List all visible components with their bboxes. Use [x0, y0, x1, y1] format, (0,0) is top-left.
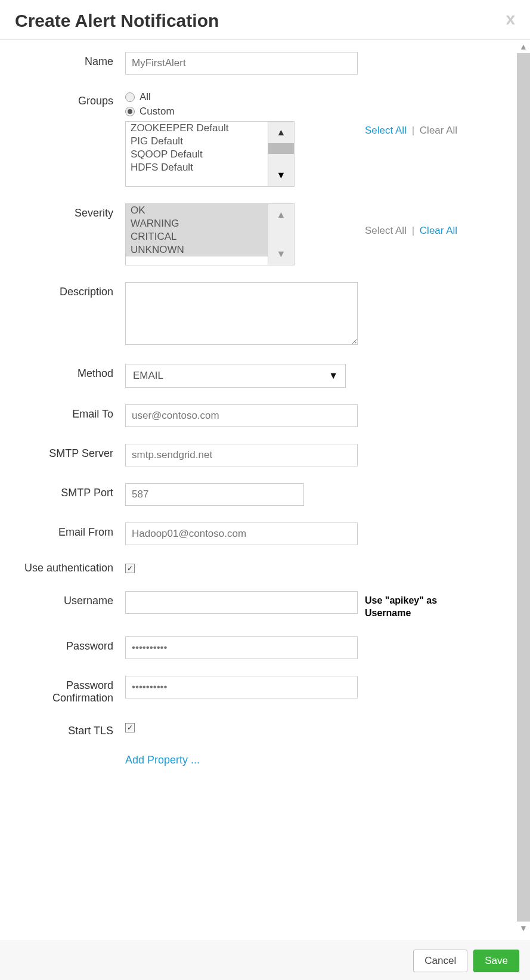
email-to-input[interactable]: [125, 404, 358, 427]
list-item[interactable]: UNKNOWN: [126, 243, 268, 256]
description-input[interactable]: [125, 282, 358, 345]
divider: |: [412, 225, 414, 236]
cancel-button[interactable]: Cancel: [413, 950, 467, 972]
method-value: EMAIL: [133, 370, 163, 382]
email-from-input[interactable]: [125, 523, 358, 545]
groups-list-scrollbar[interactable]: ▲ ▼: [268, 121, 295, 187]
username-hint: Use "apikey" as Username: [365, 595, 459, 620]
list-item[interactable]: ZOOKEEPER Default: [126, 122, 268, 135]
username-label: Username: [18, 591, 125, 607]
list-item[interactable]: HDFS Default: [126, 161, 268, 174]
username-input[interactable]: [125, 591, 358, 614]
start-tls-label: Start TLS: [18, 721, 125, 737]
severity-select-all-link[interactable]: Select All: [365, 225, 407, 236]
groups-mode-custom-label: Custom: [140, 106, 175, 118]
smtp-port-label: SMTP Port: [18, 483, 125, 499]
smtp-port-input[interactable]: [125, 483, 304, 506]
radio-icon: [125, 107, 135, 116]
scrollbar-track[interactable]: [517, 53, 530, 922]
name-input[interactable]: [125, 52, 358, 75]
severity-clear-all-link[interactable]: Clear All: [420, 225, 457, 236]
groups-clear-all-link[interactable]: Clear All: [420, 125, 457, 136]
add-property-link[interactable]: Add Property ...: [125, 754, 200, 766]
groups-mode-all[interactable]: All: [125, 91, 358, 103]
severity-listbox[interactable]: OK WARNING CRITICAL UNKNOWN: [125, 203, 268, 265]
scroll-up-icon[interactable]: ▲: [517, 40, 530, 53]
description-label: Description: [18, 282, 125, 298]
divider: |: [412, 125, 414, 136]
password-input[interactable]: [125, 636, 358, 659]
email-to-label: Email To: [18, 404, 125, 421]
groups-select-all-link[interactable]: Select All: [365, 125, 407, 136]
severity-list-scrollbar[interactable]: ▲ ▼: [268, 203, 295, 265]
chevron-up-icon[interactable]: ▲: [268, 204, 294, 225]
password-confirm-input[interactable]: [125, 676, 358, 698]
radio-icon: [125, 92, 135, 102]
groups-mode-custom[interactable]: Custom: [125, 106, 358, 118]
chevron-down-icon[interactable]: ▼: [268, 165, 294, 186]
list-item[interactable]: CRITICAL: [126, 230, 268, 243]
list-item[interactable]: SQOOP Default: [126, 148, 268, 161]
method-select[interactable]: EMAIL ▼: [125, 364, 346, 388]
groups-listbox[interactable]: ZOOKEEPER Default PIG Default SQOOP Defa…: [125, 121, 268, 187]
dialog-title: Create Alert Notification: [15, 11, 219, 31]
dialog-header: Create Alert Notification x: [0, 0, 530, 40]
list-item[interactable]: OK: [126, 204, 268, 217]
email-from-label: Email From: [18, 523, 125, 539]
severity-label: Severity: [18, 203, 125, 220]
smtp-server-label: SMTP Server: [18, 444, 125, 460]
use-auth-checkbox[interactable]: ✓: [125, 564, 135, 573]
password-label: Password: [18, 636, 125, 653]
chevron-down-icon[interactable]: ▼: [268, 243, 294, 265]
smtp-server-input[interactable]: [125, 444, 358, 466]
groups-mode-all-label: All: [140, 91, 151, 103]
scroll-down-icon[interactable]: ▼: [517, 922, 530, 935]
close-icon[interactable]: x: [506, 11, 515, 27]
method-label: Method: [18, 364, 125, 380]
save-button[interactable]: Save: [473, 950, 519, 972]
chevron-down-icon: ▼: [328, 370, 338, 381]
password-confirm-label: Password Confirmation: [18, 676, 125, 704]
list-item[interactable]: WARNING: [126, 217, 268, 230]
use-auth-label: Use authentication: [18, 562, 125, 574]
list-item[interactable]: PIG Default: [126, 135, 268, 148]
chevron-up-icon[interactable]: ▲: [268, 122, 294, 143]
dialog-body: ▲ ▼ Name Groups All Custom: [0, 40, 530, 935]
dialog-footer: Cancel Save: [0, 941, 530, 980]
groups-label: Groups: [18, 91, 125, 107]
name-label: Name: [18, 52, 125, 68]
start-tls-checkbox[interactable]: ✓: [125, 723, 135, 732]
